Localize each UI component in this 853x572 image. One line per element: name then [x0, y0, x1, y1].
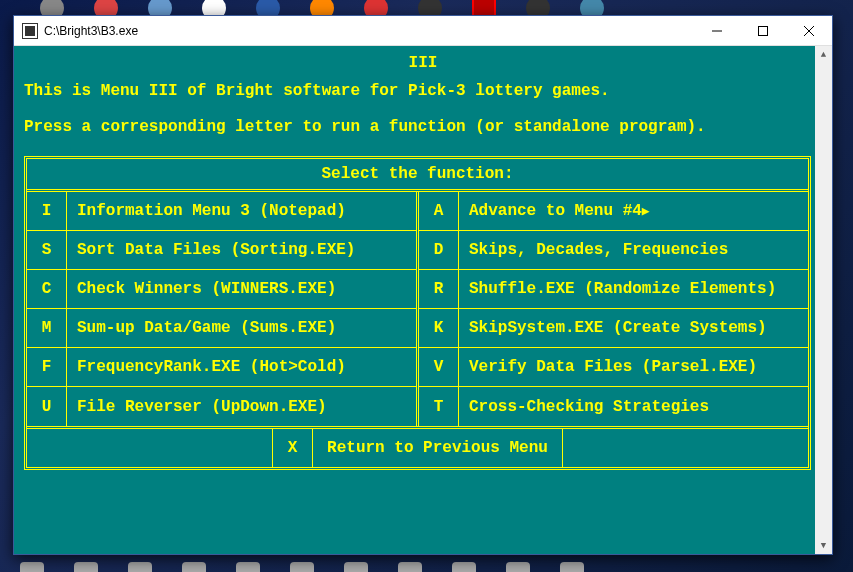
menu-item-a[interactable]: A Advance to Menu #4 — [419, 192, 808, 231]
vertical-scrollbar[interactable]: ▲ ▼ — [815, 46, 832, 554]
menu-box: Select the function: I Information Menu … — [24, 156, 811, 470]
console-area: III This is Menu III of Bright software … — [14, 46, 832, 554]
menu-key: A — [419, 192, 459, 230]
menu-key: S — [27, 231, 67, 269]
menu-item-c[interactable]: C Check Winners (WINNERS.EXE) — [27, 270, 416, 309]
menu-item-v[interactable]: V Verify Data Files (Parsel.EXE) — [419, 348, 808, 387]
minimize-button[interactable] — [694, 16, 740, 46]
menu-label: Shuffle.EXE (Randomize Elements) — [459, 270, 808, 308]
menu-item-k[interactable]: K SkipSystem.EXE (Create Systems) — [419, 309, 808, 348]
menu-label: Sort Data Files (Sorting.EXE) — [67, 231, 416, 269]
menu-key: T — [419, 387, 459, 426]
menu-column-left: I Information Menu 3 (Notepad) S Sort Da… — [27, 192, 419, 426]
menu-label: Sum-up Data/Game (Sums.EXE) — [67, 309, 416, 347]
intro-text-2: Press a corresponding letter to run a fu… — [24, 118, 822, 136]
menu-key: V — [419, 348, 459, 386]
menu-item-f[interactable]: F FrequencyRank.EXE (Hot>Cold) — [27, 348, 416, 387]
menu-label: Cross-Checking Strategies — [459, 387, 808, 426]
menu-item-i[interactable]: I Information Menu 3 (Notepad) — [27, 192, 416, 231]
app-icon — [22, 23, 38, 39]
minimize-icon — [712, 26, 722, 36]
menu-key: M — [27, 309, 67, 347]
menu-number: III — [24, 54, 822, 72]
maximize-button[interactable] — [740, 16, 786, 46]
menu-label: File Reverser (UpDown.EXE) — [67, 387, 416, 426]
menu-key: F — [27, 348, 67, 386]
svg-rect-1 — [759, 26, 768, 35]
app-window: C:\Bright3\B3.exe III This is Menu III o… — [13, 15, 833, 555]
menu-item-x[interactable]: X Return to Previous Menu — [272, 429, 563, 467]
menu-label: FrequencyRank.EXE (Hot>Cold) — [67, 348, 416, 386]
close-button[interactable] — [786, 16, 832, 46]
menu-label: Information Menu 3 (Notepad) — [67, 192, 416, 230]
menu-item-s[interactable]: S Sort Data Files (Sorting.EXE) — [27, 231, 416, 270]
menu-item-t[interactable]: T Cross-Checking Strategies — [419, 387, 808, 426]
menu-key: U — [27, 387, 67, 426]
menu-column-right: A Advance to Menu #4 D Skips, Decades, F… — [419, 192, 808, 426]
scroll-down-icon[interactable]: ▼ — [815, 537, 832, 554]
maximize-icon — [758, 26, 768, 36]
menu-label: Verify Data Files (Parsel.EXE) — [459, 348, 808, 386]
menu-label: Skips, Decades, Frequencies — [459, 231, 808, 269]
menu-item-m[interactable]: M Sum-up Data/Game (Sums.EXE) — [27, 309, 416, 348]
scroll-up-icon[interactable]: ▲ — [815, 46, 832, 63]
menu-item-u[interactable]: U File Reverser (UpDown.EXE) — [27, 387, 416, 426]
menu-item-d[interactable]: D Skips, Decades, Frequencies — [419, 231, 808, 270]
menu-key: I — [27, 192, 67, 230]
menu-label: SkipSystem.EXE (Create Systems) — [459, 309, 808, 347]
menu-label: Return to Previous Menu — [313, 429, 562, 467]
menu-label: Advance to Menu #4 — [459, 192, 808, 230]
menu-key: D — [419, 231, 459, 269]
menu-key: R — [419, 270, 459, 308]
menu-label: Check Winners (WINNERS.EXE) — [67, 270, 416, 308]
scroll-track[interactable] — [815, 63, 832, 537]
menu-key: X — [273, 429, 313, 467]
close-icon — [804, 26, 814, 36]
menu-header: Select the function: — [27, 159, 808, 192]
intro-text-1: This is Menu III of Bright software for … — [24, 82, 822, 100]
menu-key: K — [419, 309, 459, 347]
menu-key: C — [27, 270, 67, 308]
titlebar[interactable]: C:\Bright3\B3.exe — [14, 16, 832, 46]
window-title: C:\Bright3\B3.exe — [44, 24, 694, 38]
menu-item-r[interactable]: R Shuffle.EXE (Randomize Elements) — [419, 270, 808, 309]
